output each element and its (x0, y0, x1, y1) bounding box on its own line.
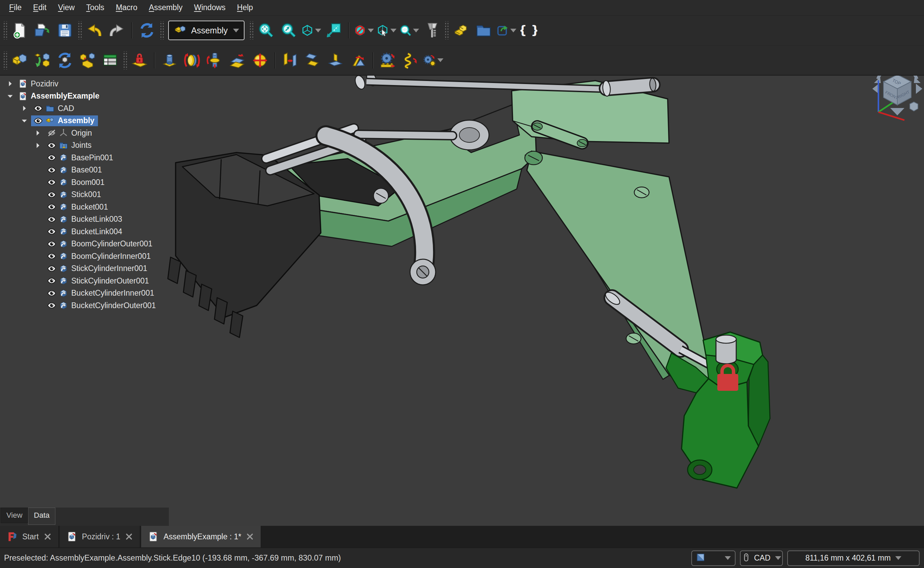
joint-ball-button[interactable] (250, 50, 270, 71)
part-steps-button[interactable] (451, 20, 471, 41)
tree-item-AssemblyExample[interactable]: AssemblyExample (0, 90, 169, 103)
menu-file[interactable]: File (3, 1, 27, 14)
tree-item-BoomCylinderOuter001[interactable]: BoomCylinderOuter001 (0, 238, 169, 251)
clipping-plane-button[interactable] (354, 20, 374, 41)
tree-item-BasePin001[interactable]: BasePin001 (0, 151, 169, 164)
joint-perpendicular-button[interactable] (325, 50, 345, 71)
assembly-create-button[interactable] (9, 50, 30, 71)
menu-tools[interactable]: Tools (80, 1, 110, 14)
refresh-button[interactable] (137, 20, 157, 41)
navcube-mini-cube[interactable] (910, 102, 918, 111)
menu-macro[interactable]: Macro (110, 1, 143, 14)
toolbar-grip[interactable] (123, 51, 127, 69)
document-tab-assemblyexample-1-[interactable]: AssemblyExample : 1* (141, 526, 261, 547)
tree-arrow-collapsed-icon[interactable] (3, 80, 17, 88)
selection-view-button[interactable] (376, 20, 397, 41)
tree-item-CAD[interactable]: CAD (0, 102, 169, 115)
visibility-eye-icon[interactable] (45, 165, 58, 175)
visibility-eye-icon[interactable] (45, 215, 58, 224)
tree-item-Stick001[interactable]: Stick001 (0, 189, 169, 201)
visibility-eye-icon[interactable] (45, 239, 58, 249)
zoom-fit-button[interactable] (256, 20, 276, 41)
visibility-eye-icon[interactable] (45, 227, 58, 236)
tree-item-Bucket001[interactable]: Bucket001 (0, 201, 169, 213)
tree-item-Joints[interactable]: Joints (0, 139, 169, 152)
joint-angle-button[interactable] (348, 50, 368, 71)
visibility-eye-icon[interactable] (45, 264, 58, 273)
toolbar-grip[interactable] (3, 51, 7, 69)
visibility-eye-icon[interactable] (32, 104, 45, 113)
joint-cylindrical-button[interactable] (204, 50, 225, 71)
toolbar-grip[interactable] (444, 21, 448, 39)
tree-item-Base001[interactable]: Base001 (0, 164, 169, 177)
joint-rack-pinion-button[interactable] (378, 50, 398, 71)
menu-windows[interactable]: Windows (188, 1, 231, 14)
visibility-eye-icon[interactable] (45, 276, 58, 286)
menu-assembly[interactable]: Assembly (143, 1, 188, 14)
toolbar-grip[interactable] (249, 21, 253, 39)
save-file-button[interactable] (55, 20, 75, 41)
open-file-button[interactable] (32, 20, 52, 41)
tree-arrow-collapsed-icon[interactable] (18, 104, 31, 112)
tree-arrow-collapsed-icon[interactable] (31, 141, 45, 150)
tree-arrow-collapsed-icon[interactable] (31, 129, 45, 137)
visibility-hidden-eye-icon[interactable] (45, 128, 58, 138)
visibility-eye-icon[interactable] (45, 153, 58, 162)
zoom-selection-button[interactable] (278, 20, 298, 41)
tree-item-BucketLink004[interactable]: BucketLink004 (0, 225, 169, 238)
close-icon[interactable] (125, 533, 133, 541)
document-tab-start[interactable]: Start (0, 526, 59, 547)
assembly-insert-button[interactable] (32, 50, 52, 71)
joint-parallel-button[interactable] (303, 50, 323, 71)
assembly-solve-button[interactable] (55, 50, 75, 71)
tree-item-BoomCylinderInner001[interactable]: BoomCylinderInner001 (0, 250, 169, 263)
navigation-style-dropdown[interactable]: CAD (740, 550, 783, 566)
visibility-eye-icon[interactable] (45, 301, 58, 310)
tree-item-BucketLink003[interactable]: BucketLink003 (0, 213, 169, 226)
view-dimensions-dropdown[interactable]: 811,16 mm x 402,61 mm (787, 550, 919, 566)
tree-item-StickCylinderInner001[interactable]: StickCylinderInner001 (0, 263, 169, 275)
joint-revolute-button[interactable] (182, 50, 202, 71)
tree-arrow-expanded-icon[interactable] (3, 92, 17, 100)
panel-tab-view[interactable]: View (1, 508, 28, 523)
folder-open-button[interactable] (474, 20, 494, 41)
toolbar-grip[interactable] (159, 21, 164, 39)
tree-item-Origin[interactable]: Origin (0, 127, 169, 139)
tree-item-Boom001[interactable]: Boom001 (0, 176, 169, 189)
assembly-new-joint-button[interactable] (77, 50, 98, 71)
tree-item-StickCylinderOuter001[interactable]: StickCylinderOuter001 (0, 275, 169, 287)
visibility-eye-icon[interactable] (45, 141, 58, 150)
tree-item-BucketCylinderInner001[interactable]: BucketCylinderInner001 (0, 287, 169, 300)
joint-screw-button[interactable] (400, 50, 421, 71)
document-tab-pozidriv-1[interactable]: Pozidriv : 1 (60, 526, 141, 547)
close-icon[interactable] (44, 533, 52, 541)
share-view-button[interactable] (496, 20, 517, 41)
tree-item-Assembly[interactable]: Assembly (0, 115, 169, 127)
joint-gears-button[interactable] (423, 50, 444, 71)
panel-tab-data[interactable]: Data (28, 508, 55, 525)
tree-item-Pozidriv[interactable]: Pozidriv (0, 78, 169, 90)
isometric-view-button[interactable] (301, 20, 321, 41)
visibility-eye-icon[interactable] (45, 178, 58, 187)
joint-planar-button[interactable] (227, 50, 248, 71)
joint-distance-button[interactable] (280, 50, 300, 71)
tree-item-BucketCylinderOuter001[interactable]: BucketCylinderOuter001 (0, 299, 169, 312)
joint-fixed-button[interactable] (159, 50, 180, 71)
base-pin[interactable] (716, 335, 736, 364)
draw-style-dropdown[interactable] (691, 550, 736, 566)
visibility-eye-icon[interactable] (32, 116, 45, 125)
go-to-linked-button[interactable] (324, 20, 344, 41)
workbench-selector[interactable]: Assembly (168, 21, 244, 40)
visibility-eye-icon[interactable] (45, 202, 58, 211)
measure-button[interactable] (421, 20, 442, 41)
redo-button[interactable] (107, 20, 127, 41)
toggle-grounded-button[interactable] (129, 50, 150, 71)
menu-edit[interactable]: Edit (27, 1, 52, 14)
visibility-eye-icon[interactable] (45, 190, 58, 199)
expression-braces-button[interactable]: { } (519, 20, 539, 41)
menu-view[interactable]: View (52, 1, 80, 14)
zoom-refresh-button[interactable] (399, 20, 419, 41)
visibility-eye-icon[interactable] (45, 289, 58, 298)
close-icon[interactable] (246, 533, 254, 541)
bill-of-materials-button[interactable] (100, 50, 120, 71)
